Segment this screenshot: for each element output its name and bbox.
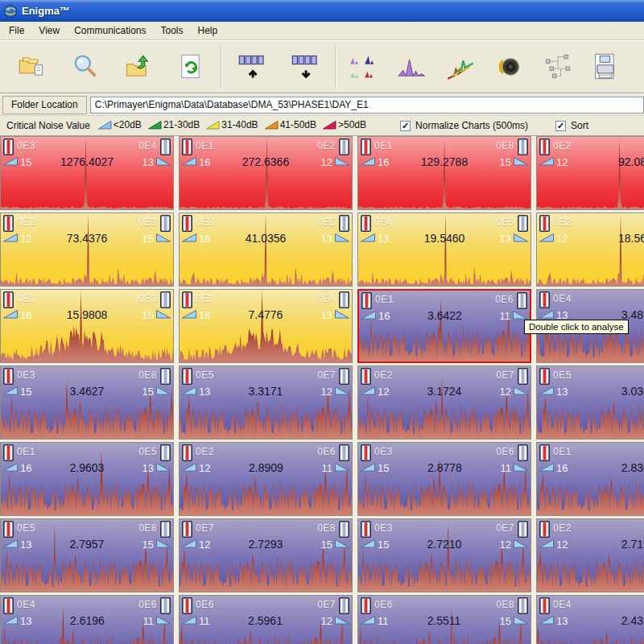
chart-tile[interactable]: 0E60E7112.596112 — [179, 595, 353, 644]
chart-tile[interactable]: 0E10E6163.642211 — [357, 289, 531, 363]
refresh-button[interactable] — [164, 43, 217, 90]
chart-tile[interactable]: 0E30E6152.877811 — [357, 442, 531, 516]
toolbar — [0, 40, 644, 94]
chart-tile[interactable]: 0E10E4167.477613 — [179, 289, 353, 363]
level-right: 12 — [500, 539, 511, 551]
chart-tile[interactable]: 0E21292.0801 — [536, 136, 644, 210]
chart-tile[interactable]: 0E30E51641.035613 — [179, 213, 353, 287]
menu-file[interactable]: File — [2, 23, 31, 39]
chart-tile[interactable]: 0E20E6122.890911 — [179, 442, 353, 516]
menu-tools[interactable]: Tools — [154, 23, 191, 39]
folder-path-input[interactable] — [90, 97, 644, 114]
level-triangle-left-icon — [182, 460, 196, 475]
tile-header: 0E20E7 — [358, 366, 530, 385]
download-loggers-button[interactable] — [279, 43, 332, 90]
level-triangle-left-icon — [182, 384, 196, 398]
logger-battery-icon-left — [3, 597, 14, 614]
menu-communications[interactable]: Communications — [67, 23, 153, 39]
sound-button[interactable] — [485, 43, 533, 90]
logger-battery-icon-right — [160, 138, 171, 155]
level-triangle-right-icon — [156, 308, 171, 322]
menu-view[interactable]: View — [31, 23, 67, 39]
tile-header: 0E10E2 — [180, 137, 352, 155]
normalize-checkbox[interactable] — [400, 121, 411, 131]
load-data-button[interactable] — [111, 43, 164, 90]
app-icon[interactable] — [3, 4, 18, 19]
logger-id-left: 0E4 — [17, 599, 35, 610]
tile-values: 16272.636612 — [180, 155, 352, 169]
noise-value: 2.8778 — [391, 461, 497, 474]
level-triangle-left-icon — [539, 460, 554, 475]
logger-id-right: 0E7 — [317, 369, 336, 381]
chart-tile[interactable]: 0E30E4151276.402713 — [0, 136, 174, 210]
chart-tile[interactable]: 0E4132.4350 — [536, 595, 644, 644]
logger-battery-icon-left — [182, 138, 192, 155]
tile-values: 1273.437615 — [1, 231, 173, 246]
level-left: 12 — [556, 156, 568, 168]
logger-id-left: 0E2 — [17, 217, 35, 228]
chart-tile[interactable]: 0E40E6132.619611 — [0, 595, 174, 644]
legend-item-label: >50dB — [338, 119, 366, 130]
chart-tile[interactable]: 0E20E31273.437615 — [0, 213, 174, 287]
level-triangle-left-icon — [539, 613, 554, 628]
print-button[interactable] — [581, 43, 630, 90]
view-all-charts-button[interactable] — [340, 43, 388, 90]
level-right: 12 — [321, 386, 332, 398]
tile-values: 167.477613 — [180, 308, 352, 322]
menu-help[interactable]: Help — [191, 23, 225, 39]
chart-tile[interactable]: 0E70E8122.729315 — [179, 518, 353, 592]
tile-header: 0E30E5 — [180, 213, 352, 232]
level-right: 11 — [501, 462, 512, 474]
level-triangle-left-icon — [3, 384, 18, 398]
chart-tile[interactable]: 0E10E31615.980815 — [0, 289, 174, 363]
logger-battery-icon-left — [539, 368, 550, 385]
view-chart-button[interactable] — [388, 43, 436, 90]
chart-tile[interactable]: 0E30E7152.721012 — [357, 518, 531, 592]
chart-tile[interactable]: 0E40E51319.546013 — [357, 213, 531, 287]
chart-tile[interactable]: 0E5133.0365 — [536, 365, 644, 440]
chart-tile[interactable]: 0E10E816129.278815 — [357, 136, 531, 210]
level-left: 13 — [199, 386, 210, 398]
chart-tile[interactable]: 0E30E8153.462715 — [0, 365, 174, 440]
waterfall-view-button[interactable] — [436, 43, 485, 90]
level-left: 12 — [199, 539, 210, 551]
noise-value: 2.8302 — [570, 461, 644, 474]
chart-tile[interactable]: 0E50E7133.317112 — [179, 365, 353, 440]
tile-header: 0E60E7 — [180, 596, 352, 614]
open-database-button[interactable] — [5, 43, 58, 90]
tile-header: 0E5 — [537, 366, 644, 385]
sort-option[interactable]: Sort — [555, 120, 588, 131]
tile-values: 133.0365 — [537, 384, 644, 398]
sort-checkbox[interactable] — [555, 121, 566, 131]
tile-header: 0E40E5 — [358, 213, 530, 232]
normalize-option[interactable]: Normalize Charts (500ms) — [400, 120, 528, 131]
logger-id-left: 0E5 — [196, 369, 214, 381]
level-left: 13 — [20, 615, 31, 627]
level-left: 13 — [556, 615, 568, 627]
normalize-label: Normalize Charts (500ms) — [415, 120, 528, 131]
title-bar: Enigma™ — [0, 0, 644, 22]
logger-id-left: 0E3 — [17, 369, 35, 381]
chart-tile[interactable]: 0E50E8132.795715 — [0, 518, 174, 592]
search-button[interactable] — [58, 43, 111, 90]
level-triangle-left-icon — [361, 384, 375, 398]
tile-header: 0E20E3 — [1, 213, 173, 232]
chart-tile[interactable]: 0E10E5162.960313 — [0, 442, 174, 516]
tile-values: 1319.546013 — [358, 231, 530, 246]
chart-tile[interactable]: 0E10E216272.636612 — [179, 136, 353, 210]
chart-tile[interactable]: 0E20E7123.172412 — [357, 365, 531, 440]
noise-value: 7.4776 — [213, 308, 318, 321]
logger-id-right: 0E8 — [496, 599, 514, 610]
level-triangle-right-icon — [156, 155, 171, 169]
chart-tile[interactable]: 0E1162.8302 — [536, 442, 644, 516]
chart-tile[interactable]: 0E21218.5690 — [536, 213, 644, 287]
level-triangle-left-icon — [3, 231, 18, 246]
chart-tile[interactable]: 0E2122.7196 — [536, 518, 644, 592]
upload-loggers-button[interactable] — [225, 43, 279, 90]
network-view-button[interactable] — [533, 43, 581, 90]
tile-values: 1218.5690 — [537, 231, 644, 246]
level-triangle-right-icon — [514, 155, 528, 169]
logger-battery-icon-left — [361, 138, 371, 155]
logger-battery-icon-left — [3, 138, 14, 155]
chart-tile[interactable]: 0E60E8112.551115 — [357, 595, 531, 644]
